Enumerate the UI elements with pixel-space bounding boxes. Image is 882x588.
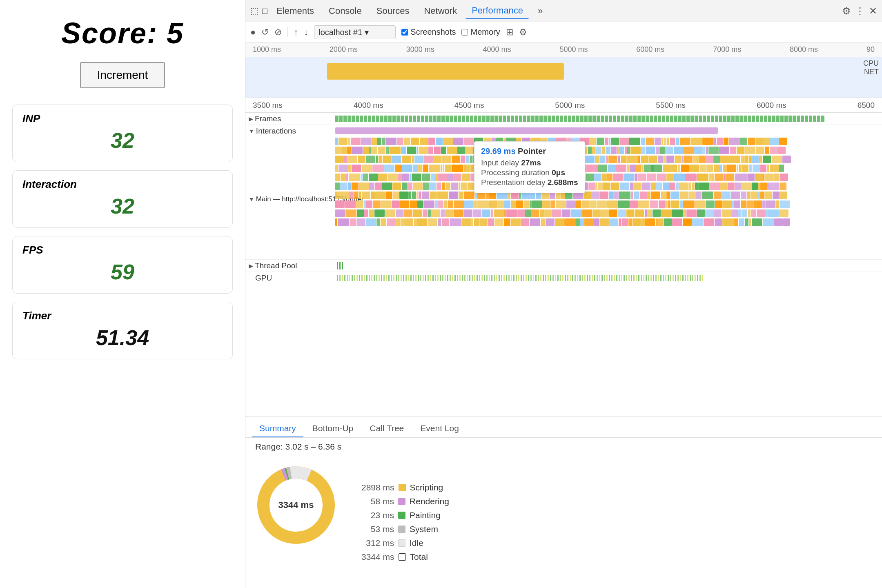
main-bar [678, 165, 680, 172]
timeline-overview[interactable]: CPU NET [245, 57, 882, 98]
main-bar [662, 138, 663, 145]
frame-bar [805, 116, 808, 122]
summary-tab-calltree[interactable]: Call Tree [362, 420, 411, 437]
more-icon[interactable]: ⋮ [855, 5, 865, 17]
frames-collapse-icon[interactable]: ▶ [249, 116, 253, 122]
tooltip-presentation: Presentation delay 2.688ms [481, 178, 578, 187]
summary-range: Range: 3.02 s – 6.36 s [245, 438, 882, 456]
screenshots-checkbox[interactable] [401, 29, 408, 36]
main-bar [420, 138, 428, 145]
system-ms: 53 ms [361, 524, 394, 534]
memory-checkbox[interactable] [461, 29, 468, 36]
main-bar [459, 183, 460, 190]
gpu-bar [650, 275, 652, 281]
main-bar [720, 165, 722, 172]
frame-bar [768, 116, 771, 122]
close-icon[interactable]: ✕ [869, 5, 877, 17]
download-icon[interactable]: ↓ [304, 27, 308, 38]
frame-bar [429, 116, 432, 122]
gpu-bar [496, 275, 497, 281]
ruler-marks: 1000 ms 2000 ms 3000 ms 4000 ms 5000 ms … [249, 45, 879, 54]
tab-sources[interactable]: Sources [371, 3, 415, 19]
gpu-bar [481, 275, 483, 281]
main-collapse-icon[interactable]: ▼ [249, 196, 254, 203]
gpu-bar [379, 275, 380, 281]
tab-network[interactable]: Network [418, 3, 463, 19]
tab-more[interactable]: » [532, 3, 548, 19]
record-icon[interactable]: ● [250, 27, 256, 38]
main-bar [681, 165, 689, 172]
main-bar [375, 183, 382, 190]
tab-elements[interactable]: Elements [271, 3, 320, 19]
summary-tabs: Summary Bottom-Up Call Tree Event Log [245, 417, 882, 438]
frame-bar [486, 116, 490, 122]
interactions-collapse-icon[interactable]: ▼ [249, 128, 254, 134]
main-bar [609, 192, 613, 199]
main-bar [647, 209, 652, 217]
perf-settings-icon[interactable]: ⚙ [519, 27, 527, 38]
main-bar [680, 192, 688, 199]
memory-toggle[interactable]: Memory [461, 27, 500, 37]
main-bar [696, 156, 699, 163]
main-bar [714, 192, 721, 199]
frame-bar [580, 116, 584, 122]
main-bar [630, 165, 636, 172]
main-bar [773, 174, 780, 181]
tab-console[interactable]: Console [323, 3, 368, 19]
gpu-bar [550, 275, 551, 281]
main-bar [349, 174, 360, 181]
frame-bar [731, 116, 735, 122]
main-bar [437, 192, 448, 199]
idle-label: Idle [410, 538, 423, 548]
main-bar [619, 138, 629, 145]
interactions-content[interactable] [335, 125, 882, 137]
main-bar [748, 174, 755, 181]
main-track-content[interactable]: 29.69 ms Pointer Input delay 27ms Proces… [335, 137, 882, 260]
settings-icon[interactable]: ⚙ [842, 5, 851, 17]
main-bar [347, 147, 352, 154]
frame-bar [715, 116, 718, 122]
upload-icon[interactable]: ↑ [294, 27, 298, 38]
gpu-bar [628, 275, 630, 281]
refresh-icon[interactable]: ↺ [261, 27, 269, 38]
overview-ruler[interactable]: 1000 ms 2000 ms 3000 ms 4000 ms 5000 ms … [245, 42, 882, 57]
gpu-bar [577, 275, 578, 281]
tab-performance[interactable]: Performance [466, 3, 529, 19]
frame-bar [421, 116, 424, 122]
devtools-tabbar: ⬚ □ Elements Console Sources Network Per… [245, 0, 882, 22]
main-bar [695, 183, 699, 190]
gpu-bar [658, 275, 659, 281]
main-bar [683, 218, 692, 226]
summary-tab-eventlog[interactable]: Event Log [413, 420, 466, 437]
main-bar [387, 218, 396, 226]
main-bar [416, 192, 418, 199]
main-bar [760, 183, 767, 190]
gpu-bar [442, 275, 443, 281]
main-bar [692, 165, 699, 172]
gpu-bar [560, 275, 561, 281]
frame-bar [601, 116, 604, 122]
summary-tab-bottomup[interactable]: Bottom-Up [305, 420, 361, 437]
main-bar [413, 165, 418, 172]
stop-icon[interactable]: ⊘ [274, 27, 282, 38]
thread-pool-track: ▶ Thread Pool [245, 260, 882, 272]
increment-button[interactable]: Increment [80, 62, 165, 88]
thread-pool-collapse-icon[interactable]: ▶ [249, 263, 253, 269]
main-bar [645, 218, 655, 226]
summary-tab-summary[interactable]: Summary [252, 420, 303, 437]
tracks-area[interactable]: ▶ Frames ▼ Interactions ▼ [245, 113, 882, 416]
gpu-bar [533, 275, 534, 281]
gpu-bar [361, 275, 363, 281]
frame-bar [576, 116, 579, 122]
url-selector[interactable]: localhost #1 ▾ [314, 25, 396, 39]
capture-icon[interactable]: ⊞ [506, 27, 513, 38]
main-bar [437, 183, 441, 190]
screenshots-toggle[interactable]: Screenshots [401, 27, 456, 37]
main-bar [595, 147, 601, 154]
main-bar [399, 200, 409, 208]
main-bar [711, 174, 714, 181]
main-bar [479, 218, 488, 226]
main-bar [764, 192, 772, 199]
main-bar [511, 200, 516, 208]
detail-ruler[interactable]: 3500 ms 4000 ms 4500 ms 5000 ms 5500 ms … [245, 98, 882, 113]
